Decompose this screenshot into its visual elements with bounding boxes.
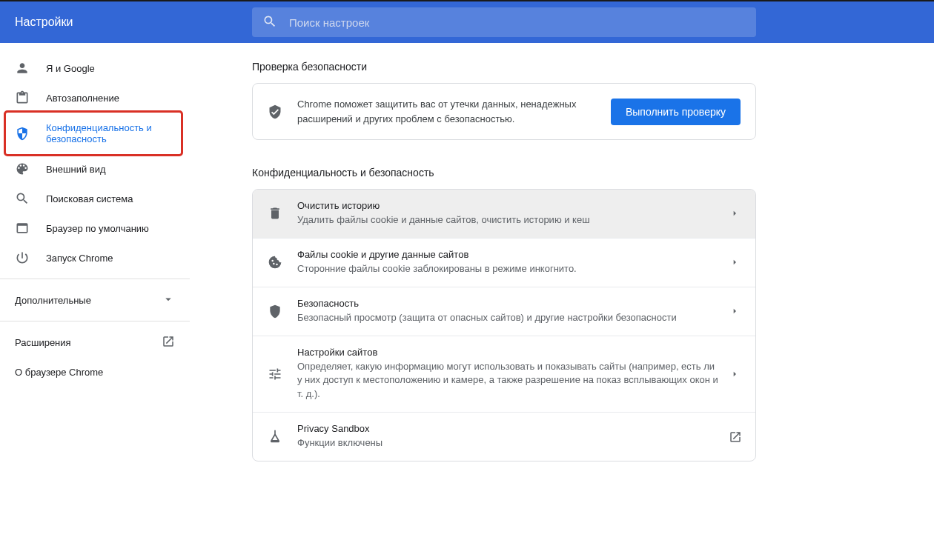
- advanced-label: Дополнительные: [15, 295, 91, 306]
- sidebar-item-label: Конфиденциальность и безопасность: [46, 122, 166, 144]
- row-privacy-sandbox[interactable]: Privacy Sandbox Функции включены: [253, 412, 755, 461]
- sidebar-item-label: Автозаполнение: [46, 93, 119, 104]
- verified-shield-icon: [268, 104, 282, 119]
- row-body: Очистить историю Удалить файлы cookie и …: [297, 200, 729, 227]
- row-title: Файлы cookie и другие данные сайтов: [297, 249, 720, 260]
- chevron-right-icon: [729, 368, 741, 380]
- extensions-label: Расширения: [15, 337, 71, 348]
- sidebar-item-label: Запуск Chrome: [46, 253, 113, 264]
- search-input[interactable]: [289, 16, 746, 29]
- sidebar-item-autofill[interactable]: Автозаполнение: [0, 83, 181, 113]
- sidebar-item-search-engine[interactable]: Поисковая система: [0, 184, 181, 213]
- search-icon: [15, 191, 30, 206]
- privacy-section-heading: Конфиденциальность и безопасность: [252, 167, 919, 179]
- row-body: Безопасность Безопасный просмотр (защита…: [297, 298, 729, 325]
- settings-search[interactable]: [252, 7, 756, 37]
- content-area: Проверка безопасности Chrome поможет защ…: [190, 43, 934, 560]
- row-title: Privacy Sandbox: [297, 423, 720, 434]
- sidebar-item-appearance[interactable]: Внешний вид: [0, 154, 181, 184]
- row-body: Настройки сайтов Определяет, какую инфор…: [297, 347, 729, 402]
- browser-window-icon: [15, 221, 30, 236]
- chevron-down-icon: [162, 293, 175, 308]
- shield-icon: [268, 304, 282, 319]
- sidebar-item-label: Браузер по умолчанию: [46, 223, 149, 234]
- row-body: Файлы cookie и другие данные сайтов Стор…: [297, 249, 729, 276]
- row-subtitle: Сторонние файлы cookie заблокированы в р…: [297, 262, 720, 276]
- chevron-right-icon: [729, 256, 741, 268]
- open-external-icon: [162, 335, 175, 350]
- layout: Я и Google Автозаполнение Конфиденциальн…: [0, 43, 934, 560]
- shield-icon: [15, 126, 30, 141]
- sidebar: Я и Google Автозаполнение Конфиденциальн…: [0, 43, 190, 560]
- clipboard-icon: [15, 90, 30, 105]
- sidebar-item-privacy[interactable]: Конфиденциальность и безопасность: [6, 113, 181, 154]
- app-title: Настройки: [15, 16, 252, 29]
- safety-check-description: Chrome поможет защитить вас от утечки да…: [297, 97, 611, 126]
- palette-icon: [15, 161, 30, 176]
- sidebar-divider: [0, 321, 190, 321]
- privacy-list-card: Очистить историю Удалить файлы cookie и …: [252, 189, 756, 461]
- sidebar-about-link[interactable]: О браузере Chrome: [0, 357, 190, 387]
- run-safety-check-button[interactable]: Выполнить проверку: [611, 99, 741, 125]
- row-body: Privacy Sandbox Функции включены: [297, 423, 729, 450]
- row-title: Очистить историю: [297, 200, 720, 211]
- sidebar-item-label: Внешний вид: [46, 164, 106, 175]
- row-title: Безопасность: [297, 298, 720, 309]
- row-subtitle: Определяет, какую информацию могут испол…: [297, 360, 720, 402]
- sidebar-extensions-link[interactable]: Расширения: [0, 327, 190, 357]
- tuner-icon: [268, 367, 282, 381]
- row-title: Настройки сайтов: [297, 347, 720, 358]
- safety-check-heading: Проверка безопасности: [252, 61, 919, 73]
- person-icon: [15, 61, 30, 76]
- row-subtitle: Функции включены: [297, 436, 720, 450]
- sidebar-item-me-google[interactable]: Я и Google: [0, 53, 181, 83]
- power-icon: [15, 250, 30, 265]
- row-cookies[interactable]: Файлы cookie и другие данные сайтов Стор…: [253, 238, 755, 287]
- open-external-icon: [729, 430, 741, 442]
- safety-check-card: Chrome поможет защитить вас от утечки да…: [252, 83, 756, 140]
- flask-icon: [268, 429, 282, 444]
- trash-icon: [268, 206, 282, 221]
- sidebar-item-label: Я и Google: [46, 63, 95, 74]
- row-subtitle: Безопасный просмотр (защита от опасных с…: [297, 311, 720, 325]
- row-security[interactable]: Безопасность Безопасный просмотр (защита…: [253, 287, 755, 336]
- sidebar-item-startup[interactable]: Запуск Chrome: [0, 243, 181, 273]
- row-site-settings[interactable]: Настройки сайтов Определяет, какую инфор…: [253, 336, 755, 413]
- chevron-right-icon: [729, 207, 741, 219]
- about-label: О браузере Chrome: [15, 367, 103, 378]
- sidebar-item-label: Поисковая система: [46, 193, 133, 204]
- row-subtitle: Удалить файлы cookie и данные сайтов, оч…: [297, 213, 720, 227]
- chevron-right-icon: [729, 305, 741, 317]
- sidebar-divider: [0, 279, 190, 279]
- safety-check-row: Chrome поможет защитить вас от утечки да…: [253, 84, 755, 139]
- cookie-icon: [268, 255, 282, 270]
- app-header: Настройки: [0, 1, 934, 43]
- sidebar-item-default-browser[interactable]: Браузер по умолчанию: [0, 213, 181, 243]
- search-icon: [262, 14, 277, 31]
- sidebar-advanced-toggle[interactable]: Дополнительные: [0, 285, 190, 315]
- row-clear-browsing-data[interactable]: Очистить историю Удалить файлы cookie и …: [253, 190, 755, 238]
